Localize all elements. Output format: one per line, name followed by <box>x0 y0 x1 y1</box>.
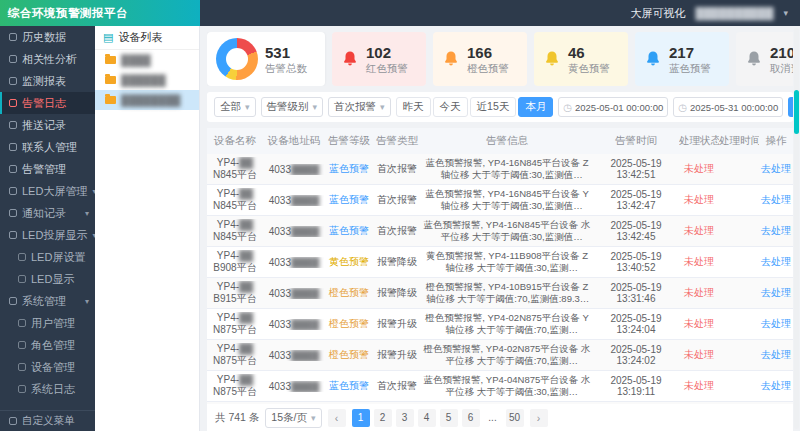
search-button[interactable]: 查询 <box>788 97 793 117</box>
quick-range-button[interactable]: 本月 <box>518 97 553 117</box>
sidebar-item[interactable]: 角色管理 ▾ <box>0 334 95 356</box>
page-number-button[interactable]: ... <box>484 409 502 427</box>
cell-device-code: 4033████ <box>263 319 325 330</box>
device-tree-item[interactable]: ████████ <box>95 90 199 110</box>
cell-device-name: YP4-██N875平台 <box>207 343 263 368</box>
menu-icon <box>9 143 17 151</box>
handle-link[interactable]: 去处理 <box>759 162 793 176</box>
end-date-value: 2025-05-31 00:00:00 <box>690 102 778 113</box>
page-number-button[interactable]: 3 <box>396 409 414 427</box>
alert-table: 设备名称设备地址码告警等级告警类型告警信息告警时间处理状态处理时间操作 YP4-… <box>207 128 793 404</box>
cell-alert-level: 蓝色预警 <box>325 224 373 238</box>
sidebar-item[interactable]: 设备管理 ▾ <box>0 356 95 378</box>
page-number-button[interactable]: 5 <box>440 409 458 427</box>
quick-range-button[interactable]: 近15天 <box>470 97 517 117</box>
table-body: YP4-██N845平台 4033████ 蓝色预警 首次报警 蓝色预警报警, … <box>207 154 793 404</box>
device-filter-select[interactable]: 全部 ▾ <box>214 97 256 117</box>
cell-alert-info: 蓝色预警报警, YP4-16N845平台设备 Y轴位移 大于等于阈值:30,监测… <box>421 188 593 213</box>
device-tree: ████ ██████ ████████ <box>95 50 199 110</box>
handle-link[interactable]: 去处理 <box>759 317 793 331</box>
handle-link[interactable]: 去处理 <box>759 224 793 238</box>
cell-alert-type: 报警降级 <box>373 286 421 300</box>
custom-menu-label: 自定义菜单 <box>22 414 75 428</box>
sidebar-item[interactable]: 通知记录 ▾ <box>0 202 95 224</box>
redacted-text: ████ <box>291 381 319 392</box>
redacted-text: ████ <box>291 288 319 299</box>
page-number-button[interactable]: 1 <box>352 409 370 427</box>
redacted-text: ██ <box>239 219 253 232</box>
menu-icon <box>18 363 26 371</box>
scrollbar-track[interactable] <box>794 28 799 429</box>
handle-link[interactable]: 去处理 <box>759 193 793 207</box>
sidebar-item-label: 系统日志 <box>31 382 75 397</box>
sidebar-item[interactable]: 告警管理 ▾ <box>0 158 95 180</box>
page-number-button[interactable]: 4 <box>418 409 436 427</box>
handle-link[interactable]: 去处理 <box>759 286 793 300</box>
prev-page-button[interactable]: ‹ <box>328 409 346 427</box>
sidebar-item[interactable]: 系统管理 ▾ <box>0 290 95 312</box>
sidebar-item[interactable]: 系统日志 ▾ <box>0 378 95 400</box>
scrollbar-thumb[interactable] <box>794 90 799 134</box>
cell-device-code: 4033████ <box>263 164 325 175</box>
next-page-button[interactable]: › <box>530 409 548 427</box>
device-filter-value: 全部 <box>220 100 241 114</box>
page-number-button[interactable]: 6 <box>462 409 480 427</box>
filter-bar: 全部 ▾ 告警级别 ▾ 首次报警 ▾ 昨天今天近15天本月 ◷ 2025-05-… <box>207 92 793 122</box>
sidebar-item[interactable]: LED屏设置 ▾ <box>0 246 95 268</box>
handle-link[interactable]: 去处理 <box>759 255 793 269</box>
cell-alert-time: 2025-05-19 13:24:04 <box>593 313 679 335</box>
cell-alert-level: 蓝色预警 <box>325 379 373 393</box>
quick-range-button[interactable]: 今天 <box>433 97 468 117</box>
cell-device-code: 4033████ <box>263 350 325 361</box>
sidebar-item[interactable]: 告警日志 ▾ <box>0 92 95 114</box>
menu-icon <box>18 319 26 327</box>
table-column-header: 告警类型 <box>373 134 421 148</box>
redacted-text: ████ <box>291 226 319 237</box>
cell-alert-level: 橙色预警 <box>325 317 373 331</box>
total-alerts-label: 告警总数 <box>265 62 307 75</box>
alert-level-card-text: 102 红色预警 <box>366 44 408 75</box>
sidebar-item[interactable]: 监测报表 ▾ <box>0 70 95 92</box>
handle-link[interactable]: 去处理 <box>759 379 793 393</box>
page-size-select[interactable]: 15条/页 ▾ <box>265 408 321 428</box>
redacted-text: ████ <box>291 164 319 175</box>
sidebar-footer-custom-menu[interactable]: 自定义菜单 <box>0 410 95 431</box>
cell-alert-time: 2025-05-19 13:24:02 <box>593 344 679 366</box>
sidebar-item[interactable]: LED大屏管理 ▾ <box>0 180 95 202</box>
sidebar-item[interactable]: 联系人管理 ▾ <box>0 136 95 158</box>
username[interactable]: ██████████ <box>696 7 774 19</box>
device-tree-item[interactable]: ██████ <box>95 70 199 90</box>
page-number-button[interactable]: 2 <box>374 409 392 427</box>
alert-level-value: 217 <box>669 44 711 62</box>
alert-level-card-text: 210 取消预警 <box>770 44 793 75</box>
total-alerts-text: 531 告警总数 <box>265 44 307 75</box>
sidebar-item[interactable]: 历史数据 ▾ <box>0 26 95 48</box>
end-date-input[interactable]: ◷ 2025-05-31 00:00:00 <box>673 97 783 117</box>
sidebar-item-label: 系统管理 <box>22 294 66 309</box>
cell-alert-level: 黄色预警 <box>325 255 373 269</box>
cell-device-name: YP4-██B908平台 <box>207 250 263 275</box>
cell-alert-type: 首次报警 <box>373 162 421 176</box>
table-row: YP4-██B915平台 4033████ 橙色预警 报警降级 橙色预警报警, … <box>207 278 793 309</box>
sidebar-item[interactable]: LED投屏显示 ▾ <box>0 224 95 246</box>
cell-alert-type: 首次报警 <box>373 379 421 393</box>
menu-icon <box>9 77 17 85</box>
sidebar-item[interactable]: 用户管理 ▾ <box>0 312 95 334</box>
sidebar-item[interactable]: 推送记录 ▾ <box>0 114 95 136</box>
menu-icon <box>9 121 17 129</box>
menu-icon <box>9 165 17 173</box>
alert-level-select[interactable]: 告警级别 ▾ <box>261 97 324 117</box>
bell-icon <box>644 50 662 68</box>
page-number-button[interactable]: 50 <box>506 409 524 427</box>
bell-icon <box>543 50 561 68</box>
device-tree-item[interactable]: ████ <box>95 50 199 70</box>
handle-link[interactable]: 去处理 <box>759 348 793 362</box>
cell-alert-time: 2025-05-19 13:19:11 <box>593 375 679 397</box>
start-date-input[interactable]: ◷ 2025-05-01 00:00:00 <box>558 97 668 117</box>
quick-range-button[interactable]: 昨天 <box>396 97 431 117</box>
sidebar-item[interactable]: LED显示 ▾ <box>0 268 95 290</box>
sidebar-item[interactable]: 相关性分析 ▾ <box>0 48 95 70</box>
page-size-value: 15条/页 <box>271 411 307 425</box>
big-screen-link[interactable]: 大屏可视化 <box>631 6 686 21</box>
alert-type-select[interactable]: 首次报警 ▾ <box>328 97 391 117</box>
